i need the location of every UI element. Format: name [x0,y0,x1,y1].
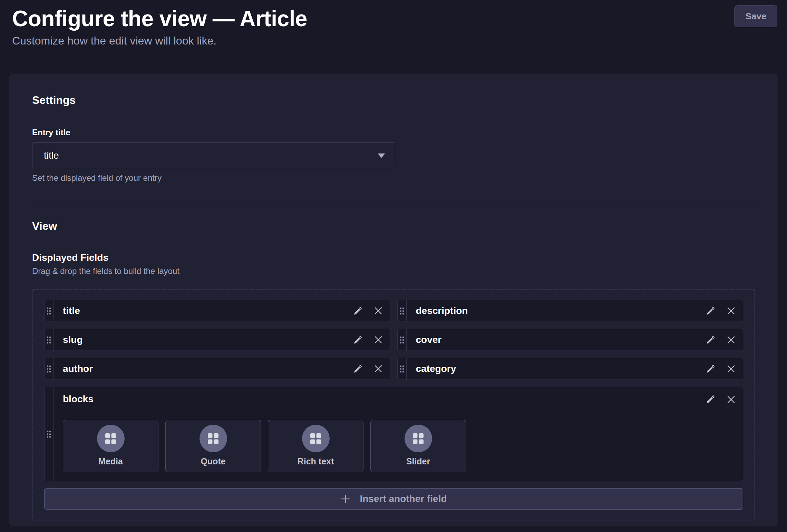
edit-pencil-icon [353,306,362,316]
section-divider [32,201,755,201]
field-row-cover: cover [397,329,744,351]
remove-field-button[interactable] [374,336,382,344]
component-label: Media [98,456,123,466]
remove-field-button[interactable] [374,365,382,373]
component-grid-icon [310,433,321,444]
drag-handle[interactable] [45,329,54,351]
field-name: category [407,358,706,380]
page-header: Configure the view — Article Customize h… [0,0,787,68]
component-card-media: Media [63,420,158,472]
plus-icon [340,494,351,504]
field-name: cover [407,329,706,351]
entry-title-label: Entry title [32,128,755,137]
drag-handle-icon [400,365,404,373]
remove-x-icon [727,365,735,373]
remove-x-icon [727,307,735,315]
components-list: Media Quote Rich text [63,420,735,472]
blocks-content: blocks Media [54,387,743,481]
drag-handle-icon [47,365,51,373]
remove-field-button[interactable] [727,365,735,373]
drag-handle[interactable] [45,358,54,380]
component-icon-circle [302,425,330,452]
remove-x-icon [727,336,735,344]
remove-x-icon [374,365,382,373]
field-row-description: description [397,300,744,322]
field-name: title [54,300,353,322]
edit-pencil-icon [353,335,362,345]
view-heading: View [32,219,755,233]
remove-field-button[interactable] [727,307,735,315]
component-card-rich-text: Rich text [268,420,363,472]
displayed-fields-label: Displayed Fields [32,252,755,263]
drag-handle-icon [47,307,51,315]
component-icon-circle [97,425,125,452]
remove-x-icon [727,395,735,404]
field-row-blocks: blocks Media [44,387,743,481]
drag-handle-icon [400,307,404,315]
field-row-category: category [397,358,744,380]
remove-field-button[interactable] [727,336,735,344]
component-card-quote: Quote [165,420,261,472]
edit-field-button[interactable] [706,364,715,374]
component-label: Quote [201,456,225,466]
field-row-title: title [44,300,390,322]
field-actions [353,300,390,322]
field-actions [706,395,735,404]
component-card-slider: Slider [370,420,466,472]
blocks-header: blocks [63,392,735,405]
page-title: Configure the view — Article [12,6,777,32]
field-row-author: author [44,358,390,380]
component-icon-circle [200,425,227,452]
configure-view-card: Settings Entry title title Set the displ… [9,74,778,526]
remove-x-icon [374,307,382,315]
entry-title-select[interactable]: title [32,142,395,169]
edit-pencil-icon [706,306,715,316]
field-actions [706,300,743,322]
save-button-label: Save [746,11,767,22]
field-name: description [407,300,706,322]
remove-field-button[interactable] [374,307,382,315]
drag-handle-icon [47,336,51,344]
drag-handle[interactable] [398,358,407,380]
insert-button-label: Insert another field [360,493,447,504]
settings-heading: Settings [32,93,755,107]
drag-handle[interactable] [45,300,54,322]
component-grid-icon [413,433,424,444]
displayed-fields-hint: Drag & drop the fields to build the layo… [32,266,755,276]
component-label: Rich text [298,456,334,466]
field-actions [353,358,390,380]
fields-dropzone: title description [32,289,755,521]
drag-handle-icon [47,430,51,438]
drag-handle-icon [400,336,404,344]
chevron-down-icon [378,154,385,158]
edit-field-button[interactable] [706,395,715,404]
drag-handle[interactable] [45,387,54,481]
entry-title-hint: Set the displayed field of your entry [32,173,755,183]
insert-another-field-button[interactable]: Insert another field [44,488,743,510]
page-subtitle: Customize how the edit view will look li… [12,35,777,47]
field-row-slug: slug [44,329,390,351]
edit-field-button[interactable] [353,306,362,316]
component-grid-icon [105,433,116,444]
edit-field-button[interactable] [706,335,715,345]
field-actions [706,358,743,380]
edit-field-button[interactable] [353,364,362,374]
save-button[interactable]: Save [735,6,777,27]
field-actions [353,329,390,351]
edit-field-button[interactable] [353,335,362,345]
field-name: author [54,358,353,380]
drag-handle[interactable] [398,329,407,351]
component-label: Slider [406,456,430,466]
edit-pencil-icon [353,364,362,374]
field-actions [706,329,743,351]
fields-grid: title description [44,300,743,481]
edit-pencil-icon [706,335,715,345]
remove-field-button[interactable] [727,395,735,404]
component-icon-circle [405,425,432,452]
edit-pencil-icon [706,364,715,374]
edit-field-button[interactable] [706,306,715,316]
component-grid-icon [208,433,218,444]
entry-title-select-value: title [44,150,59,161]
drag-handle[interactable] [398,300,407,322]
field-name: slug [54,329,353,351]
